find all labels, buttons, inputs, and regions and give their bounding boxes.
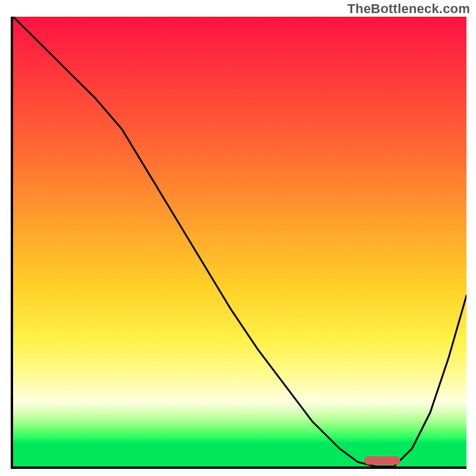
optimal-range-marker [364,456,400,465]
bottleneck-curve [13,17,466,466]
curve-layer [13,17,466,466]
bottleneck-chart: TheBottleneck.com [0,0,476,476]
plot-area [11,17,466,469]
watermark-text: TheBottleneck.com [347,1,470,17]
